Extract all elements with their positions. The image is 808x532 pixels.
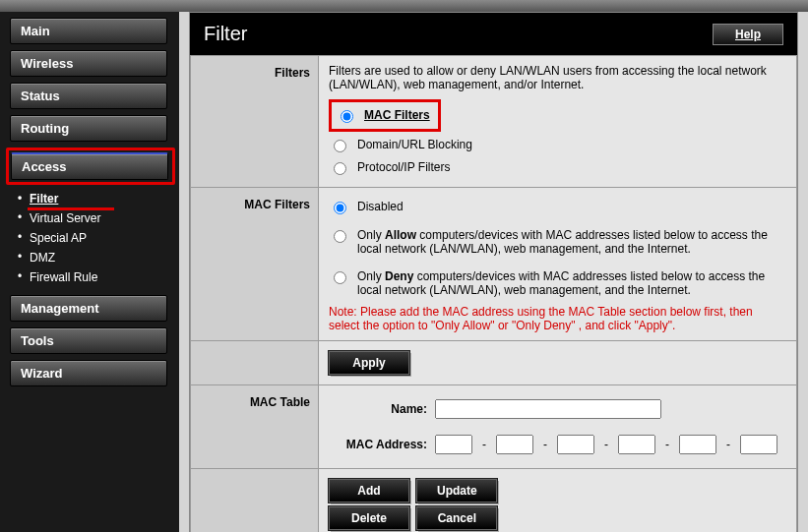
radio-mac-deny-label[interactable]: Only Deny computers/devices with MAC add… xyxy=(357,269,786,297)
mac-seg-2[interactable] xyxy=(496,435,533,454)
nav-access-highlight: Access xyxy=(6,148,175,185)
nav-main[interactable]: Main xyxy=(10,18,167,44)
page-title: Filter xyxy=(204,23,247,45)
update-button[interactable]: Update xyxy=(416,479,497,502)
mac-note: Note: Please add the MAC address using t… xyxy=(329,305,786,332)
radio-mac-filters[interactable] xyxy=(341,110,353,123)
mac-seg-4[interactable] xyxy=(618,435,655,454)
nav-management[interactable]: Management xyxy=(10,295,167,322)
nav-access-submenu: Filter Virtual Server Special AP DMZ Fir… xyxy=(10,189,173,287)
radio-mac-disabled[interactable] xyxy=(334,202,346,214)
macfilters-label: MAC Filters xyxy=(191,188,319,341)
radio-mac-allow-label[interactable]: Only Allow computers/devices with MAC ad… xyxy=(357,228,786,256)
subnav-dmz[interactable]: DMZ xyxy=(30,248,173,267)
subnav-filter[interactable]: Filter xyxy=(30,189,173,208)
radio-domain-blocking[interactable] xyxy=(334,140,346,152)
mac-seg-5[interactable] xyxy=(679,435,716,454)
nav-routing[interactable]: Routing xyxy=(10,115,167,142)
nav-wireless[interactable]: Wireless xyxy=(10,50,167,77)
nav-tools[interactable]: Tools xyxy=(10,327,167,354)
subnav-firewall-rule[interactable]: Firewall Rule xyxy=(30,267,173,287)
filters-desc: Filters are used to allow or deny LAN/WL… xyxy=(329,64,786,91)
mactable-label: MAC Table xyxy=(191,385,319,469)
radio-protocol-filters[interactable] xyxy=(334,162,346,175)
radio-mac-disabled-label[interactable]: Disabled xyxy=(357,200,404,213)
subnav-special-ap[interactable]: Special AP xyxy=(30,228,173,248)
delete-button[interactable]: Delete xyxy=(329,506,409,530)
mac-seg-1[interactable] xyxy=(435,435,472,454)
radio-mac-deny[interactable] xyxy=(334,271,346,284)
help-button[interactable]: Help xyxy=(713,24,783,45)
mac-name-input[interactable] xyxy=(435,399,661,419)
radio-protocol-filters-label[interactable]: Protocol/IP Filters xyxy=(357,160,450,174)
nav-access[interactable]: Access xyxy=(11,152,168,180)
subnav-virtual-server[interactable]: Virtual Server xyxy=(30,208,173,228)
sidebar: Main Wireless Status Routing Access Filt… xyxy=(0,12,179,532)
mac-name-label: Name: xyxy=(329,402,427,416)
mac-seg-3[interactable] xyxy=(557,435,594,454)
radio-domain-blocking-label[interactable]: Domain/URL Blocking xyxy=(357,138,472,151)
radio-mac-allow[interactable] xyxy=(334,230,346,243)
filters-label: Filters xyxy=(191,56,319,188)
apply-button[interactable]: Apply xyxy=(329,351,409,375)
mac-filters-highlight: MAC Filters xyxy=(329,99,441,132)
add-button[interactable]: Add xyxy=(329,479,409,502)
panel-header: Filter Help xyxy=(190,13,797,55)
content: Filter Help Filters Filters are used to … xyxy=(179,12,808,532)
nav-wizard[interactable]: Wizard xyxy=(10,360,167,386)
mac-address-label: MAC Address: xyxy=(329,438,427,451)
mac-seg-6[interactable] xyxy=(740,435,777,454)
nav-status[interactable]: Status xyxy=(10,83,167,109)
cancel-button[interactable]: Cancel xyxy=(416,506,497,530)
radio-mac-filters-label[interactable]: MAC Filters xyxy=(364,108,430,122)
